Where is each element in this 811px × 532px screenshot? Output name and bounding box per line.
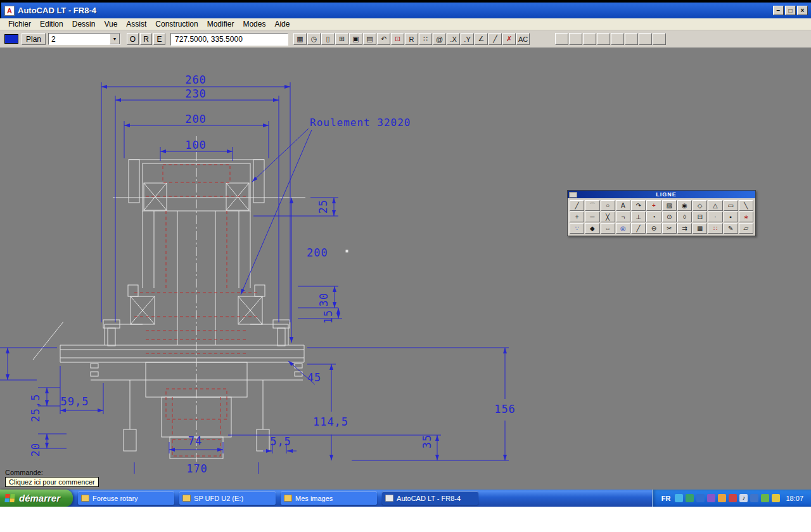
arc-tool-icon[interactable]: ⌒ <box>585 200 599 211</box>
hexagon-tool-icon[interactable]: ◊ <box>677 212 692 222</box>
toggle-o[interactable]: O <box>127 33 139 45</box>
empty-button[interactable] <box>639 33 652 45</box>
oblong-tool-icon[interactable]: ⊖ <box>646 223 661 234</box>
menu-modifier[interactable]: Modifier <box>203 18 239 30</box>
angle-icon[interactable]: ∠ <box>475 33 488 45</box>
stretch-tool-icon[interactable]: ⇔ <box>601 223 615 234</box>
task-mes-images[interactable]: Mes images <box>281 491 377 505</box>
empty-button[interactable] <box>555 33 568 45</box>
ac-icon[interactable]: AC <box>516 33 530 45</box>
shield-icon[interactable] <box>696 494 705 502</box>
update-icon[interactable] <box>718 494 726 502</box>
menu-modes[interactable]: Modes <box>238 18 270 30</box>
eraser-tool-icon[interactable]: ◆ <box>585 223 599 234</box>
chevron-down-icon[interactable]: ▼ <box>110 34 120 44</box>
sketch-tool-icon[interactable]: ╲ <box>739 200 753 211</box>
clock-icon[interactable]: ◷ <box>307 33 321 45</box>
copy-icon[interactable]: ⊞ <box>335 33 348 45</box>
empty-button[interactable] <box>569 33 582 45</box>
language-indicator[interactable]: FR <box>661 495 671 502</box>
antivirus-icon[interactable] <box>686 494 694 502</box>
network-icon[interactable] <box>750 494 758 502</box>
toggle-e[interactable]: E <box>153 33 165 45</box>
region-tool-icon[interactable]: ▱ <box>739 223 753 234</box>
redo-icon[interactable]: R <box>405 33 418 45</box>
color-swatch[interactable] <box>4 34 18 44</box>
perpendicular-tool-icon[interactable]: ⊥ <box>631 212 646 222</box>
task-foreuse-rotary[interactable]: Foreuse rotary <box>78 491 174 505</box>
line-draw-icon[interactable]: ╱ <box>489 33 502 45</box>
undo-icon[interactable]: ↶ <box>377 33 390 45</box>
point-y-icon[interactable]: .Y <box>461 33 474 45</box>
menu-assist[interactable]: Assist <box>122 18 151 30</box>
at-icon[interactable]: @ <box>433 33 446 45</box>
line-tool-icon[interactable]: ╱ <box>570 200 584 211</box>
palette-minimize-icon[interactable] <box>569 192 577 198</box>
point-x-icon[interactable]: .X <box>447 33 460 45</box>
display-icon[interactable] <box>707 494 715 502</box>
menu-edition[interactable]: Edition <box>35 18 68 30</box>
clock[interactable]: 18:07 <box>786 495 803 502</box>
drawing-canvas[interactable]: 260 230 200 100 Roulement 32020 25 200 3… <box>0 48 811 474</box>
messenger-icon[interactable] <box>772 494 780 502</box>
task-autocad[interactable]: AutoCAD LT - FR8-4 <box>382 491 478 505</box>
ellipse-tool-icon[interactable]: ◇ <box>693 200 707 211</box>
palette-title-bar[interactable]: LIGNE <box>568 191 755 198</box>
circle-radius-tool-icon[interactable]: ⊙ <box>662 212 677 222</box>
viewports-icon[interactable]: ▦ <box>293 33 307 45</box>
menu-aide[interactable]: Aide <box>270 18 294 30</box>
empty-button[interactable] <box>611 33 624 45</box>
point-style-tool-icon[interactable]: + <box>570 212 584 222</box>
close-button[interactable]: × <box>797 6 808 15</box>
usb-icon[interactable] <box>761 494 769 502</box>
segment-tool-icon[interactable]: ─ <box>585 212 599 222</box>
layer-combobox[interactable]: 2 ▼ <box>48 33 120 45</box>
donut-tool-icon[interactable]: ◉ <box>677 200 692 211</box>
arc-quadrant-tool-icon[interactable]: ◔ <box>646 212 661 222</box>
group-tool-icon[interactable]: ∵ <box>570 223 584 234</box>
dim-style-icon[interactable]: ⊡ <box>391 33 404 45</box>
task-sp-ufd-u2[interactable]: SP UFD U2 (E:) <box>179 491 276 505</box>
polygon-tool-icon[interactable]: △ <box>708 200 722 211</box>
brush-tool-icon[interactable]: ✎ <box>724 223 738 234</box>
zoom-tool-icon[interactable]: ◎ <box>616 223 630 234</box>
toggle-r[interactable]: R <box>140 33 152 45</box>
menu-vue[interactable]: Vue <box>99 18 122 30</box>
new-file-icon[interactable]: ▯ <box>321 33 335 45</box>
empty-button[interactable] <box>597 33 610 45</box>
mtext-tool-icon[interactable]: ⊟ <box>693 212 707 222</box>
volume-icon[interactable]: ♪ <box>739 494 748 502</box>
array-tool-icon[interactable]: ▦ <box>693 223 707 234</box>
pattern-tool-icon[interactable]: ∷ <box>708 223 722 234</box>
menu-construction[interactable]: Construction <box>151 18 202 30</box>
grid-points-icon[interactable]: ∷ <box>419 33 432 45</box>
save-icon[interactable]: ▣ <box>349 33 362 45</box>
wheel-icon[interactable] <box>675 494 683 502</box>
dot-tool-icon[interactable]: · <box>708 212 722 222</box>
erase-icon[interactable]: ✗ <box>502 33 516 45</box>
menu-dessin[interactable]: Dessin <box>68 18 100 30</box>
text-tool-icon[interactable]: A <box>616 200 630 211</box>
arc-continue-tool-icon[interactable]: ↷ <box>631 200 646 211</box>
minimize-button[interactable]: − <box>773 6 784 15</box>
xline-tool-icon[interactable]: ╳ <box>601 212 615 222</box>
circle-tool-icon[interactable]: ○ <box>601 200 615 211</box>
print-icon[interactable]: ▤ <box>363 33 376 45</box>
empty-button[interactable] <box>653 33 666 45</box>
start-button[interactable]: démarrer <box>0 490 73 507</box>
mirror-tool-icon[interactable]: ╱ <box>631 223 646 234</box>
point-tool-icon[interactable]: + <box>646 200 661 211</box>
restore-button[interactable]: □ <box>785 6 796 15</box>
hatch-tool-icon[interactable]: ▨ <box>662 200 677 211</box>
command-line[interactable]: Commande: <box>5 469 43 476</box>
empty-button[interactable] <box>583 33 596 45</box>
trim-tool-icon[interactable]: ✂ <box>662 223 677 234</box>
alert-icon[interactable] <box>729 494 737 502</box>
solid-tool-icon[interactable]: ▪ <box>724 212 738 222</box>
rectangle-tool-icon[interactable]: ▭ <box>724 200 738 211</box>
extend-tool-icon[interactable]: ⇉ <box>677 223 692 234</box>
empty-button[interactable] <box>625 33 638 45</box>
plan-button[interactable]: Plan <box>22 33 46 45</box>
menu-fichier[interactable]: Fichier <box>4 18 35 30</box>
star-tool-icon[interactable]: ∗ <box>739 212 753 222</box>
